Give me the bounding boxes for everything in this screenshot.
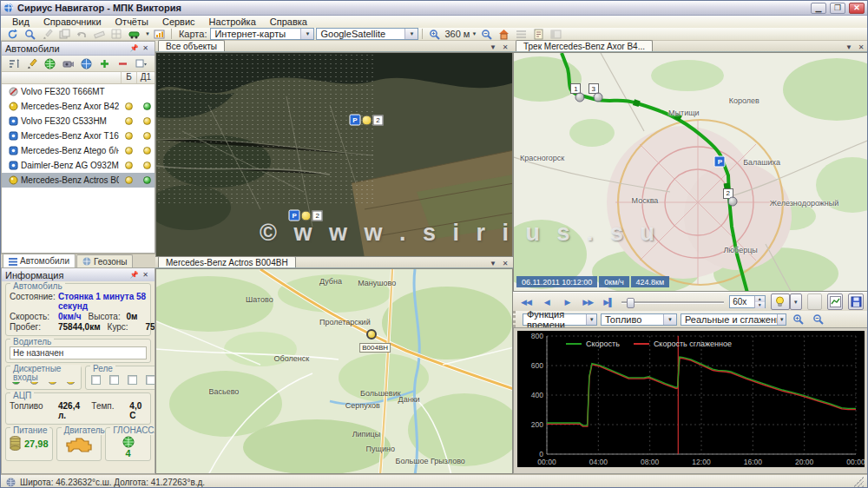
chart-zoom-in-button[interactable] — [790, 313, 806, 326]
chevron-down-icon[interactable]: ▼ — [777, 314, 786, 325]
measure-icon[interactable] — [91, 27, 108, 41]
close-icon[interactable]: ✕ — [140, 270, 151, 280]
save-button[interactable] — [848, 293, 864, 310]
chevron-down-icon[interactable]: ▼ — [404, 29, 418, 39]
panel-icon[interactable] — [548, 27, 564, 41]
track-map[interactable]: МытищиКоролевКрасногорскМоскваБалашихаЖе… — [513, 52, 868, 292]
chart-plot[interactable]: 00:0004:0008:0012:0016:0020:0000:0002004… — [517, 331, 865, 467]
rewind-button[interactable]: ◀ — [539, 294, 555, 310]
scale-dropdown[interactable]: 360 м ▼ — [444, 29, 477, 39]
copy-icon[interactable] — [56, 27, 73, 41]
satellite-map[interactable]: P2P2 — [155, 52, 513, 257]
current-vehicle-marker[interactable] — [366, 329, 377, 340]
skip-start-button[interactable]: ◀◀ — [518, 294, 534, 310]
relay-checkbox-1[interactable] — [91, 375, 101, 385]
highlight-track-button[interactable] — [771, 293, 790, 310]
vehicle-row-5[interactable]: Mercedes-Benz Atego б/н — [2, 143, 155, 158]
menu-item-2[interactable]: Справочники — [37, 16, 108, 27]
minimize-button[interactable]: ▁ — [811, 3, 826, 14]
chevron-down-icon[interactable]: ▼ — [145, 31, 150, 36]
maximize-button[interactable]: ❐ — [830, 3, 845, 14]
play-button[interactable]: ▶ — [560, 294, 575, 310]
add-vehicle-icon[interactable] — [96, 56, 112, 70]
pin-icon[interactable]: 📌 — [128, 270, 140, 280]
track-parking-marker[interactable]: P — [714, 155, 726, 167]
speed-spinbox[interactable]: 60x ▲▼ — [729, 295, 765, 308]
view-mode-icon[interactable] — [133, 56, 148, 70]
chart-zoom-out-button[interactable] — [810, 313, 826, 326]
grid-icon[interactable] — [108, 27, 125, 41]
resize-grip[interactable] — [853, 477, 864, 487]
slider-thumb[interactable] — [627, 298, 635, 308]
chevron-down-icon[interactable]: ▼ — [844, 43, 854, 51]
vehicle-row-4[interactable]: Mercedes-Benz Axor Т166МТ — [2, 129, 155, 143]
zoom-out-icon[interactable] — [478, 27, 495, 41]
chart-mode-combo[interactable]: Функция времени ▼ — [523, 313, 597, 326]
refresh-icon[interactable] — [4, 27, 21, 41]
fuel-chart[interactable]: Скорость Скорость сглаженное 00:0004:000… — [517, 331, 865, 467]
chevron-down-icon[interactable]: ▼ — [586, 314, 596, 325]
spin-arrows[interactable]: ▲▼ — [754, 296, 765, 308]
zoom-in-icon[interactable] — [426, 27, 443, 41]
fast-forward-button[interactable]: ▶▶ — [580, 294, 595, 310]
camera-icon[interactable] — [60, 56, 76, 70]
satellite-vehicle-marker-1[interactable]: P2 — [349, 115, 383, 126]
chevron-down-icon[interactable]: ▼ — [300, 29, 313, 39]
relay-checkbox-2[interactable] — [109, 375, 119, 385]
menu-item-3[interactable]: Отчёты — [109, 16, 155, 27]
track-globe-icon[interactable] — [78, 56, 94, 70]
pin-icon[interactable]: 📌 — [128, 43, 140, 54]
zoom-select-icon[interactable] — [22, 27, 38, 41]
close-icon[interactable]: ✕ — [856, 43, 866, 51]
vehicle-menu-icon[interactable] — [126, 27, 142, 41]
home-icon[interactable] — [496, 27, 512, 41]
show-chart-button[interactable] — [827, 293, 843, 310]
close-icon[interactable]: ✕ — [500, 260, 510, 267]
chart-parameter-combo[interactable]: Топливо ▼ — [601, 313, 677, 326]
satellite-vehicle-marker-2[interactable]: P2 — [289, 210, 323, 221]
edit-vehicle-icon[interactable] — [23, 56, 39, 70]
close-icon[interactable]: ✕ — [140, 43, 151, 54]
chart-tool-icon[interactable] — [151, 27, 168, 41]
menu-item-1[interactable]: Вид — [6, 16, 36, 27]
tab-vehicle-map[interactable]: Mercedes-Benz Actros В004ВН — [158, 256, 296, 267]
map-type-combo[interactable]: Интернет-карты ▼ — [210, 28, 314, 40]
vehicle-row-6[interactable]: Daimler-Benz AG О932МХ — [2, 158, 155, 173]
tab-vehicles[interactable]: Автомобили — [3, 254, 76, 267]
report-icon[interactable] — [530, 27, 547, 41]
skip-end-button[interactable]: ▶▌ — [601, 294, 616, 310]
menu-item-6[interactable]: Справка — [264, 16, 313, 27]
chart-view-combo[interactable]: Реальные и сглаженные значени ▼ — [681, 313, 786, 326]
chevron-down-icon[interactable]: ▼ — [488, 43, 498, 51]
relay-checkbox-4[interactable] — [146, 375, 155, 385]
vehicle-row-7[interactable]: Mercedes-Benz Actros В004ВН — [2, 173, 155, 188]
chevron-down-icon[interactable]: ▼ — [488, 260, 498, 267]
undo-icon[interactable] — [74, 27, 90, 41]
vehicle-row-2[interactable]: Mercedes-Benz Axor В428НВ — [2, 99, 155, 114]
chevron-down-icon[interactable]: ▼ — [663, 314, 676, 325]
vehicle-row-3[interactable]: Volvo FE320 С533НМ — [2, 114, 155, 129]
extra-button[interactable] — [807, 293, 823, 310]
column-d1[interactable]: Д1 — [137, 72, 155, 83]
vehicle-map[interactable]: ДубнаМанушовоШатовоПролетарскийОболенскВ… — [155, 268, 513, 474]
menu-item-5[interactable]: Настройка — [203, 16, 262, 27]
close-icon[interactable]: ✕ — [500, 43, 510, 51]
sort-icon[interactable] — [5, 56, 21, 70]
map-provider-combo[interactable]: GoogleSatellite ▼ — [316, 28, 418, 40]
vehicle-b-status — [122, 88, 136, 96]
highlight-dropdown[interactable]: ▼ — [790, 293, 802, 310]
tab-track[interactable]: Трек Mercedes-Benz Axor B4... — [516, 40, 653, 51]
close-button[interactable]: ✕ — [849, 3, 865, 14]
relay-checkbox-3[interactable] — [128, 375, 137, 385]
remove-vehicle-icon[interactable] — [115, 56, 130, 70]
playback-slider[interactable] — [621, 296, 724, 308]
vehicle-row-1[interactable]: Volvo FE320 Т666МТ — [2, 84, 155, 99]
column-b[interactable]: Б — [122, 72, 137, 83]
tab-all-objects[interactable]: Все объекты — [158, 40, 225, 51]
tab-geozones[interactable]: Геозоны — [76, 254, 134, 267]
legend-icon[interactable] — [513, 27, 529, 41]
column-name[interactable] — [2, 72, 122, 83]
menu-item-4[interactable]: Сервис — [156, 16, 201, 27]
show-on-map-icon[interactable] — [42, 56, 57, 70]
edit-icon[interactable] — [39, 27, 56, 41]
